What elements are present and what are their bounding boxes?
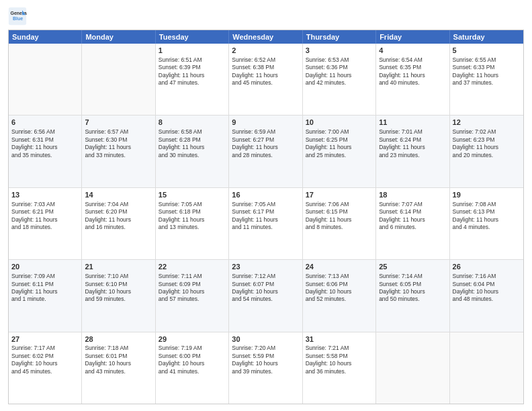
day-info-line: Sunrise: 7:21 AM xyxy=(306,345,373,352)
day-number: 15 xyxy=(159,190,226,200)
day-info-line: Sunrise: 7:10 AM xyxy=(85,273,152,280)
calendar-cell xyxy=(450,332,523,404)
calendar-cell: 7Sunrise: 6:57 AMSunset: 6:30 PMDaylight… xyxy=(82,116,155,187)
calendar-cell: 26Sunrise: 7:16 AMSunset: 6:04 PMDayligh… xyxy=(450,260,523,331)
day-info-line: Daylight: 11 hours xyxy=(11,288,79,295)
day-info-line: Daylight: 11 hours xyxy=(379,72,446,79)
day-info-line: Sunset: 6:10 PM xyxy=(85,281,152,288)
day-info-line: and 1 minute. xyxy=(11,295,79,303)
day-info-line: Sunrise: 7:20 AM xyxy=(232,345,299,352)
day-info-line: Daylight: 11 hours xyxy=(306,216,373,224)
day-number: 23 xyxy=(232,262,299,272)
day-info-line: Sunrise: 7:12 AM xyxy=(232,273,299,280)
day-info-line: Sunrise: 6:53 AM xyxy=(306,56,373,64)
page: General Blue SundayMondayTuesdayWednesda… xyxy=(0,0,532,411)
day-info-line: Sunset: 6:20 PM xyxy=(85,208,152,216)
day-info-line: Sunset: 5:58 PM xyxy=(306,353,373,360)
logo: General Blue xyxy=(8,7,28,26)
weekday-header: Monday xyxy=(82,30,155,44)
calendar-cell: 5Sunrise: 6:55 AMSunset: 6:33 PMDaylight… xyxy=(450,44,523,115)
day-info-line: Sunrise: 7:17 AM xyxy=(11,345,79,352)
day-info-line: Sunrise: 6:59 AM xyxy=(232,128,299,136)
calendar-cell: 20Sunrise: 7:09 AMSunset: 6:11 PMDayligh… xyxy=(9,260,82,331)
day-info-line: Daylight: 10 hours xyxy=(306,288,373,295)
day-info-line: and 39 minutes. xyxy=(232,368,299,375)
day-info-line: Daylight: 11 hours xyxy=(11,144,79,151)
calendar-row: 1Sunrise: 6:51 AMSunset: 6:39 PMDaylight… xyxy=(9,44,523,115)
day-info-line: and 20 minutes. xyxy=(453,152,521,159)
day-info-line: Daylight: 10 hours xyxy=(306,360,373,367)
day-info-line: Sunrise: 7:08 AM xyxy=(453,201,521,208)
day-info-line: Sunrise: 7:09 AM xyxy=(11,273,79,280)
day-number: 25 xyxy=(379,262,446,272)
day-number: 24 xyxy=(306,262,373,272)
calendar-row: 20Sunrise: 7:09 AMSunset: 6:11 PMDayligh… xyxy=(9,259,523,331)
calendar-cell: 30Sunrise: 7:20 AMSunset: 5:59 PMDayligh… xyxy=(229,332,302,404)
day-number: 17 xyxy=(306,190,373,200)
day-number: 27 xyxy=(11,334,79,345)
day-info-line: and 45 minutes. xyxy=(232,79,299,87)
day-info-line: Daylight: 10 hours xyxy=(159,288,226,295)
day-info-line: Daylight: 11 hours xyxy=(306,144,373,151)
day-info-line: Sunset: 6:35 PM xyxy=(379,64,446,71)
weekday-header: Tuesday xyxy=(156,30,229,44)
day-info-line: Daylight: 11 hours xyxy=(232,72,299,79)
day-info-line: Sunrise: 7:18 AM xyxy=(85,345,152,352)
svg-text:Blue: Blue xyxy=(13,16,23,21)
day-info-line: Sunrise: 7:05 AM xyxy=(159,201,226,208)
day-info-line: and 23 minutes. xyxy=(379,152,446,159)
day-info-line: and 28 minutes. xyxy=(232,152,299,159)
day-info-line: Sunrise: 7:04 AM xyxy=(85,201,152,208)
day-number: 8 xyxy=(159,118,226,128)
day-info-line: Sunset: 6:30 PM xyxy=(85,136,152,144)
calendar-row: 6Sunrise: 6:56 AMSunset: 6:31 PMDaylight… xyxy=(9,115,523,187)
calendar-cell: 16Sunrise: 7:05 AMSunset: 6:17 PMDayligh… xyxy=(229,188,302,259)
day-number: 29 xyxy=(159,334,226,345)
day-info-line: Sunrise: 7:11 AM xyxy=(159,273,226,280)
day-info-line: Sunrise: 6:56 AM xyxy=(11,128,79,136)
day-info-line: Sunrise: 7:16 AM xyxy=(453,273,521,280)
day-info-line: Sunrise: 7:19 AM xyxy=(159,345,226,352)
calendar-cell: 15Sunrise: 7:05 AMSunset: 6:18 PMDayligh… xyxy=(156,188,229,259)
day-info-line: Sunrise: 7:07 AM xyxy=(379,201,446,208)
day-number: 18 xyxy=(379,190,446,200)
day-info-line: and 36 minutes. xyxy=(306,368,373,375)
day-info-line: Daylight: 11 hours xyxy=(159,144,226,151)
day-info-line: Sunset: 6:01 PM xyxy=(85,353,152,360)
header: General Blue xyxy=(8,7,524,26)
day-info-line: and 48 minutes. xyxy=(453,295,521,303)
calendar-cell: 14Sunrise: 7:04 AMSunset: 6:20 PMDayligh… xyxy=(82,188,155,259)
day-info-line: Sunset: 6:38 PM xyxy=(232,64,299,71)
day-info-line: Sunset: 5:59 PM xyxy=(232,353,299,360)
calendar-cell: 11Sunrise: 7:01 AMSunset: 6:24 PMDayligh… xyxy=(376,116,449,187)
day-info-line: Sunset: 6:14 PM xyxy=(379,208,446,216)
day-info-line: Sunset: 6:11 PM xyxy=(11,281,79,288)
day-info-line: Daylight: 11 hours xyxy=(453,216,521,224)
day-info-line: and 16 minutes. xyxy=(85,224,152,231)
day-info-line: Sunrise: 7:06 AM xyxy=(306,201,373,208)
day-info-line: Daylight: 11 hours xyxy=(232,144,299,151)
day-info-line: Sunrise: 7:00 AM xyxy=(306,128,373,136)
calendar-cell: 29Sunrise: 7:19 AMSunset: 6:00 PMDayligh… xyxy=(156,332,229,404)
day-info-line: Daylight: 10 hours xyxy=(453,288,521,295)
day-info-line: and 25 minutes. xyxy=(306,152,373,159)
day-info-line: Sunset: 6:13 PM xyxy=(453,208,521,216)
day-number: 5 xyxy=(453,46,521,56)
day-info-line: Sunrise: 6:55 AM xyxy=(453,56,521,64)
calendar-cell xyxy=(376,332,449,404)
day-info-line: Daylight: 11 hours xyxy=(85,144,152,151)
day-info-line: Daylight: 11 hours xyxy=(379,216,446,224)
calendar-cell: 17Sunrise: 7:06 AMSunset: 6:15 PMDayligh… xyxy=(303,188,376,259)
day-info-line: Sunset: 6:36 PM xyxy=(306,64,373,71)
day-info-line: Sunrise: 7:03 AM xyxy=(11,201,79,208)
day-info-line: Sunrise: 6:57 AM xyxy=(85,128,152,136)
day-info-line: and 37 minutes. xyxy=(453,79,521,87)
day-info-line: Sunset: 6:15 PM xyxy=(306,208,373,216)
day-info-line: and 6 minutes. xyxy=(379,224,446,231)
day-number: 10 xyxy=(306,118,373,128)
day-info-line: and 57 minutes. xyxy=(159,295,226,303)
day-info-line: and 33 minutes. xyxy=(85,152,152,159)
calendar-cell: 19Sunrise: 7:08 AMSunset: 6:13 PMDayligh… xyxy=(450,188,523,259)
calendar-cell: 1Sunrise: 6:51 AMSunset: 6:39 PMDaylight… xyxy=(156,44,229,115)
day-number: 14 xyxy=(85,190,152,200)
